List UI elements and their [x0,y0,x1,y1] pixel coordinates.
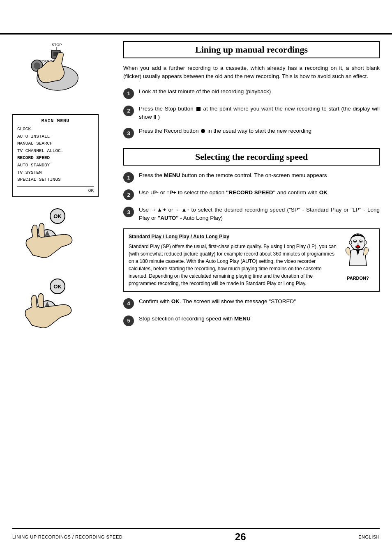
lining-title: Lining up manual recordings [123,41,380,58]
svg-point-30 [360,241,362,242]
auto-bold: "AUTO" [158,215,179,221]
info-box-title: Standard Play / Long Play / Auto Long Pl… [129,233,337,240]
speed-step-1: 1 Press the MENU button on the remote co… [123,171,380,183]
recording-speed-title: Selecting the recording speed [123,148,380,166]
info-box: Standard Play / Long Play / Auto Long Pl… [123,228,380,292]
menu-item-special-settings: SPECIAL SETTINGS [17,176,94,184]
menu-title: MAIN MENU [17,118,94,123]
speed-step-4: 4 Confirm with OK. The screen will show … [123,297,380,309]
svg-text:OK: OK [53,213,62,219]
record-speed-label: "RECORD SPEED" [226,189,276,196]
top-decorative-lines [0,33,392,36]
speed-step-3: 3 Use →▲+ or ←▲- to select the desired r… [123,206,380,223]
svg-text:OK: OK [53,283,62,290]
lining-intro: When you add a further recording to a ca… [123,64,380,81]
left-arrow-sym: ←▲- [175,207,189,213]
menu-item-tv-system: TV SYSTEM [17,169,94,177]
lining-step-1: 1 Look at the last minute of the old rec… [123,88,380,99]
stop-symbol [196,107,201,111]
step-3-text: Press the Record button in the usual way… [139,127,380,135]
svg-point-35 [364,240,367,244]
p-down-sym: ↓P- [150,189,159,196]
menu-bold-5: MENU [234,315,251,322]
footer-right: English [358,534,380,539]
speed-step-4-text: Confirm with OK. The screen will show th… [139,297,380,306]
menu-item-clock: CLOCK [17,126,94,133]
sidebar: STOP RECORD/OTR MAIN MENU CLOCK [12,41,119,346]
info-box-body: Standard Play (SP) offers the usual, fir… [129,243,337,287]
record-symbol [201,129,205,133]
speed-step-3-text: Use →▲+ or ←▲- to select the desired rec… [139,206,380,223]
pause-symbol: II [153,114,157,120]
menu-illustration: MAIN MENU CLOCK AUTO INSTALL MANUAL SEAR… [12,114,99,197]
lining-section: Lining up manual recordings When you add… [123,41,380,138]
lining-step-3: 3 Press the Record button in the usual w… [123,127,380,138]
page-number: 26 [235,531,246,543]
step-1-text: Look at the last minute of the old recor… [139,88,380,96]
speed-step-1-text: Press the MENU button on the remote cont… [139,171,380,180]
footer: Lining up recordings / recording speed 2… [12,528,380,543]
menu-item-record-speed: RECORD SPEED [17,154,94,162]
info-box-content: Standard Play / Long Play / Auto Long Pl… [129,233,337,287]
svg-point-29 [354,241,356,242]
speed-step-5: 5 Stop selection of recording speed with… [123,315,380,326]
footer-left: Lining up recordings / recording speed [12,534,122,539]
pardon-label: PARDON? [347,276,369,281]
svg-point-6 [34,62,40,69]
speed-step-2-text: Use ↓P- or ↑P+ to select the option "REC… [139,189,380,197]
svg-point-34 [349,240,352,244]
svg-point-31 [357,243,359,244]
speed-step-num-2: 2 [123,189,134,200]
info-box-image: PARDON? [341,233,374,287]
lining-step-2: 2 Press the Stop button at the point whe… [123,105,380,122]
svg-text:STOP: STOP [52,43,62,47]
speed-step-num-3: 3 [123,207,134,217]
speed-step-2: 2 Use ↓P- or ↑P+ to select the option "R… [123,189,380,200]
menu-items: CLOCK AUTO INSTALL MANUAL SEARCH TV CHAN… [17,126,94,184]
step-2-text: Press the Stop button at the point where… [139,105,380,122]
menu-bold-1: MENU [164,172,180,178]
remote-hand-bottom: OK MENU [12,275,119,346]
remote-hand-top: OK MENU [12,204,119,275]
recording-speed-section: Selecting the recording speed 1 Press th… [123,148,380,326]
svg-point-33 [356,245,360,247]
speed-step-num-1: 1 [123,172,134,183]
vcr-illustration: STOP RECORD/OTR [12,41,119,106]
ok-bold-2: OK [319,189,327,196]
menu-ok: OK [17,186,94,193]
step-num-1: 1 [123,88,134,99]
p-up-sym: ↑P+ [167,189,177,196]
right-arrow-sym: →▲+ [151,207,166,213]
menu-item-manual-search: MANUAL SEARCH [17,140,94,147]
ok-bold-4: OK [171,298,180,304]
speed-step-num-4: 4 [123,298,134,309]
step-num-2: 2 [123,106,134,116]
main-content: Lining up manual recordings When you add… [123,41,380,332]
speed-step-num-5: 5 [123,315,134,326]
menu-item-auto-install: AUTO INSTALL [17,133,94,140]
menu-item-auto-standby: AUTO STANDBY [17,162,94,169]
step-num-3: 3 [123,128,134,138]
menu-item-tv-channel: TV CHANNEL ALLOC. [17,147,94,155]
speed-step-5-text: Stop selection of recording speed with M… [139,315,380,323]
